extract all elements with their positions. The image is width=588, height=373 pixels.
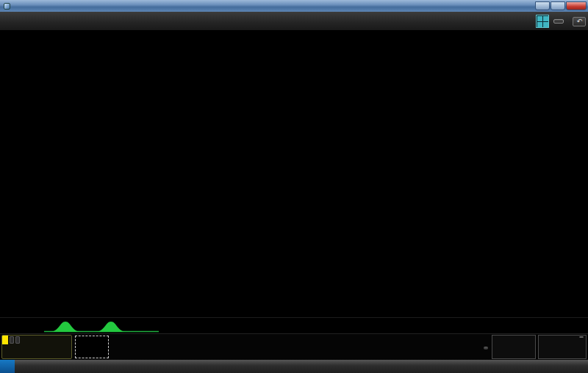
multigrid-icon[interactable]	[536, 15, 549, 28]
c1-label	[2, 336, 8, 344]
histogram-row	[0, 317, 588, 333]
window-controls	[535, 1, 587, 10]
norm-button[interactable]	[553, 19, 564, 23]
menu-bar: ↶	[0, 12, 588, 31]
menu-right-controls: ↶	[536, 13, 586, 29]
minimize-button[interactable]	[535, 1, 550, 10]
plot-area	[0, 31, 588, 257]
c1-descriptor-header	[2, 336, 71, 344]
bits-badge[interactable]	[484, 347, 488, 350]
coupling-badge	[15, 336, 20, 344]
app-window: ↶	[0, 0, 588, 373]
waveform-graticule	[26, 35, 584, 244]
timebase-descriptor[interactable]	[492, 335, 536, 359]
maximize-button[interactable]	[551, 1, 565, 10]
graticule-area[interactable]	[26, 35, 584, 244]
title-bar	[0, 0, 588, 12]
trigger-coupling-badge	[579, 336, 584, 338]
esr-badge	[10, 336, 14, 344]
trigger-descriptor[interactable]	[538, 335, 587, 359]
undo-button[interactable]: ↶	[573, 17, 586, 26]
hd-column	[482, 335, 490, 359]
acquisition-cluster	[482, 335, 587, 359]
app-icon	[4, 3, 10, 10]
measurement-histograms	[41, 318, 203, 334]
status-bar	[0, 360, 588, 373]
undo-icon: ↶	[576, 18, 582, 25]
add-trace-box[interactable]	[75, 336, 109, 358]
brand-logo	[0, 360, 15, 373]
measure-table	[0, 257, 588, 317]
descriptor-bar	[0, 333, 588, 360]
close-button[interactable]	[566, 1, 587, 10]
c1-volts-per-div	[2, 344, 71, 345]
c1-descriptor[interactable]	[1, 335, 72, 359]
